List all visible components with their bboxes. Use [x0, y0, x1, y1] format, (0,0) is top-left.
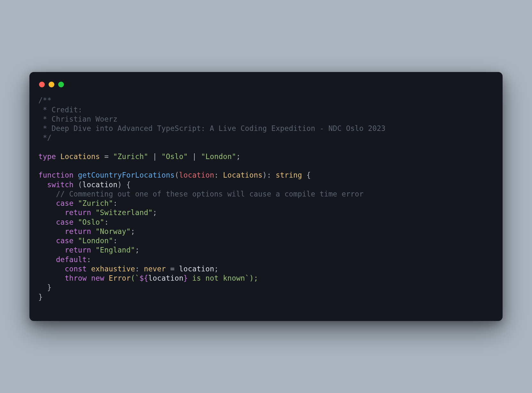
inline-comment: // Commenting out one of these options w…: [56, 190, 364, 198]
colon1: :: [214, 171, 223, 179]
code-window: /** * Credit: * Christian Woerz * Deep D…: [29, 72, 503, 321]
kw-case3: case: [56, 237, 74, 245]
union-zurich: "Zurich": [113, 152, 148, 161]
kw-return2: return: [65, 227, 91, 236]
doc-line3: * Deep Dive into Advanced TypeScript: A …: [38, 124, 386, 132]
kw-default: default: [56, 255, 87, 264]
maximize-icon[interactable]: [58, 82, 64, 87]
case2-val: "Oslo": [78, 218, 104, 226]
brace-open1: {: [302, 171, 311, 179]
ret1: "Switzerland": [96, 208, 153, 217]
s1: ;: [153, 208, 157, 217]
assign-var: location: [179, 265, 214, 273]
kw-throw: throw: [65, 274, 87, 282]
paren-open: (: [175, 171, 179, 179]
union-london: "London": [201, 152, 236, 161]
tmpl-open: (`: [131, 274, 140, 282]
type-name: Locations: [60, 152, 100, 161]
kw-new: new: [91, 274, 104, 282]
brace-close1: }: [47, 283, 52, 292]
case3-val: "London": [78, 237, 113, 245]
param-type: Locations: [223, 171, 262, 179]
pipe1: |: [148, 152, 161, 161]
semi1: ;: [236, 152, 241, 161]
minimize-icon[interactable]: [49, 82, 54, 87]
kw-type: type: [38, 152, 56, 161]
kw-case1: case: [56, 199, 74, 207]
doc-line1: * Credit:: [38, 106, 82, 114]
brace-close2: }: [38, 293, 43, 301]
colon2: :: [135, 265, 144, 273]
s4: ;: [214, 265, 219, 273]
eq2: =: [166, 265, 179, 273]
code-block: /** * Credit: * Christian Woerz * Deep D…: [38, 96, 494, 302]
never-type: never: [144, 265, 166, 273]
kw-const: const: [65, 265, 87, 273]
kw-switch: switch: [47, 180, 74, 189]
interp-open: ${: [139, 274, 148, 282]
close-icon[interactable]: [39, 82, 45, 87]
window-controls: [38, 81, 494, 96]
c4: :: [87, 255, 91, 264]
eq: =: [100, 152, 113, 161]
case1-val: "Zurich": [78, 199, 113, 207]
func-name: getCountryForLocations: [78, 171, 175, 179]
union-oslo: "Oslo": [161, 152, 188, 161]
s2: ;: [131, 227, 135, 236]
doc-close: */: [38, 133, 51, 142]
switch-var: location: [82, 180, 117, 189]
tmpl-close: `);: [245, 274, 258, 282]
pipe2: |: [188, 152, 201, 161]
paren-close: ):: [262, 171, 276, 179]
doc-open: /**: [38, 96, 51, 104]
ret2: "Norway": [96, 227, 131, 236]
param-name: location: [179, 171, 214, 179]
kw-function: function: [38, 171, 74, 179]
error-class: Error: [109, 274, 131, 282]
const-name: exhaustive: [91, 265, 135, 273]
kw-return1: return: [65, 208, 91, 217]
kw-return3: return: [65, 246, 91, 254]
doc-line2: * Christian Woerz: [38, 115, 117, 123]
switch-open: (: [74, 180, 82, 189]
kw-case2: case: [56, 218, 74, 226]
interp-close: }: [184, 274, 188, 282]
ret3: "England": [96, 246, 135, 254]
c2: :: [104, 218, 109, 226]
return-type: string: [276, 171, 302, 179]
interp-var: location: [148, 274, 184, 282]
c1: :: [113, 199, 118, 207]
s3: ;: [135, 246, 139, 254]
tmpl-tail: is not known: [188, 274, 245, 282]
switch-close: ) {: [117, 180, 130, 189]
c3: :: [113, 237, 118, 245]
